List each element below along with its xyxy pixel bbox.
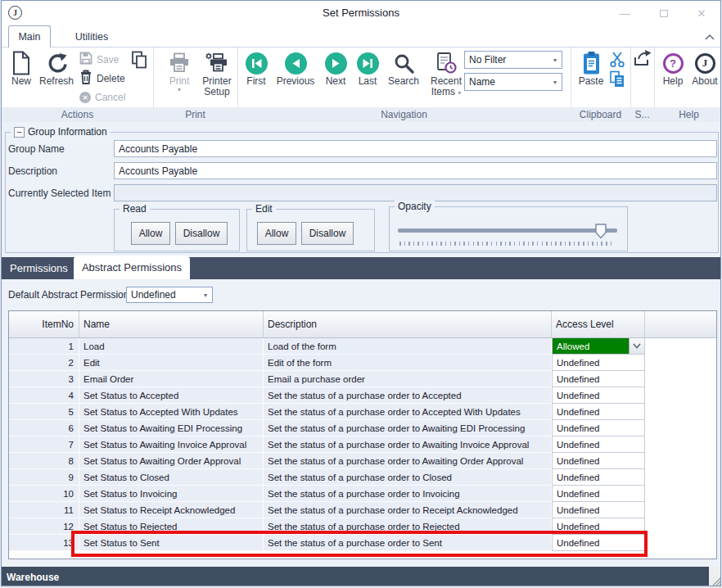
itemno-cell[interactable]: 3 <box>9 371 79 387</box>
collapse-toggle[interactable]: − <box>14 127 25 138</box>
description-cell[interactable]: Set the status of a purchase order to Aw… <box>264 453 552 469</box>
table-row[interactable]: 10Set Status to InvoicingSet the status … <box>9 486 716 502</box>
description-cell[interactable]: Set the status of a purchase order to Se… <box>264 535 552 551</box>
maximize-button[interactable] <box>652 6 676 20</box>
table-row[interactable]: 4Set Status to AcceptedSet the status of… <box>9 387 716 404</box>
name-cell[interactable]: Set Status to Accepted With Updates <box>79 404 264 420</box>
print-button[interactable]: Print ▾ <box>161 50 197 93</box>
search-button[interactable]: Search <box>385 50 422 87</box>
name-cell[interactable]: Email Order <box>79 371 264 387</box>
sort-field-combobox[interactable]: Name ▾ <box>464 73 562 91</box>
description-cell[interactable]: Set the status of a purchase order to Aw… <box>264 436 552 453</box>
description-cell[interactable]: Edit of the form <box>264 355 552 371</box>
tab-permissions[interactable]: Permissions <box>2 257 76 279</box>
access-level-cell[interactable]: Undefined <box>552 420 645 436</box>
name-cell[interactable]: Set Status to Invoicing <box>79 486 264 502</box>
refresh-button[interactable]: Refresh <box>36 50 77 87</box>
table-row[interactable]: 5Set Status to Accepted With UpdatesSet … <box>9 404 716 420</box>
column-header-itemno[interactable]: ItemNo <box>9 311 79 337</box>
access-level-cell[interactable]: Undefined <box>552 355 645 371</box>
copy-button[interactable] <box>609 70 625 92</box>
access-level-cell[interactable]: Undefined <box>552 404 645 420</box>
description-cell[interactable]: Email a purchase order <box>264 371 552 387</box>
previous-button[interactable]: Previous <box>273 50 318 87</box>
table-row[interactable]: 1LoadLoad of the formAllowed <box>9 338 716 355</box>
name-cell[interactable]: Set Status to Awaiting Order Approval <box>79 453 264 469</box>
itemno-cell[interactable]: 10 <box>9 486 79 502</box>
tab-utilities[interactable]: Utilities <box>62 25 121 47</box>
name-cell[interactable]: Set Status to Awaiting Invoice Approval <box>79 436 264 453</box>
edit-disallow-button[interactable]: Disallow <box>301 222 354 245</box>
access-level-combo[interactable]: Allowed <box>552 338 645 355</box>
table-row[interactable]: 13Set Status to SentSet the status of a … <box>9 535 716 551</box>
access-level-cell[interactable]: Undefined <box>552 486 645 502</box>
help-button[interactable]: ? Help <box>658 50 688 87</box>
itemno-cell[interactable]: 5 <box>9 404 79 420</box>
description-input[interactable] <box>114 162 717 179</box>
itemno-cell[interactable]: 1 <box>9 338 79 355</box>
table-row[interactable]: 7Set Status to Awaiting Invoice Approval… <box>9 436 716 453</box>
itemno-cell[interactable]: 2 <box>9 355 79 371</box>
new-button[interactable]: New <box>7 50 36 87</box>
tab-abstract-permissions[interactable]: Abstract Permissions <box>74 256 190 279</box>
access-level-cell[interactable]: Undefined <box>552 502 645 518</box>
table-row[interactable]: 11Set Status to Receipt AcknowledgedSet … <box>9 502 716 518</box>
copy-layout-button[interactable] <box>131 51 148 73</box>
column-header-description[interactable]: Description <box>264 311 552 337</box>
cut-button[interactable] <box>609 52 625 70</box>
group-name-input[interactable] <box>114 140 717 157</box>
itemno-cell[interactable]: 7 <box>9 436 79 453</box>
itemno-cell[interactable]: 13 <box>9 535 79 551</box>
next-button[interactable]: Next <box>321 50 350 87</box>
itemno-cell[interactable]: 8 <box>9 453 79 469</box>
first-button[interactable]: First <box>242 50 270 87</box>
column-header-access-level[interactable]: Access Level <box>552 311 645 337</box>
cancel-button[interactable]: ✕ Cancel <box>79 89 125 106</box>
name-cell[interactable]: Set Status to Sent <box>79 535 264 551</box>
table-row[interactable]: 12Set Status to RejectedSet the status o… <box>9 518 716 535</box>
delete-button[interactable]: Delete <box>79 70 125 87</box>
resize-grip[interactable] <box>709 567 721 586</box>
read-allow-button[interactable]: Allow <box>131 222 170 245</box>
read-disallow-button[interactable]: Disallow <box>175 222 228 245</box>
name-cell[interactable]: Edit <box>79 355 264 371</box>
description-cell[interactable]: Set the status of a purchase order to Re… <box>264 502 552 518</box>
access-level-cell[interactable]: Undefined <box>552 371 645 387</box>
name-cell[interactable]: Set Status to Accepted <box>79 387 264 404</box>
recent-items-button[interactable]: Recent Items ▾ <box>426 50 467 97</box>
column-header-name[interactable]: Name <box>79 311 264 337</box>
filter-combobox[interactable]: No Filter ▾ <box>464 51 562 69</box>
default-abstract-permission-combobox[interactable]: Undefined ▾ <box>126 287 213 303</box>
table-row[interactable]: 6Set Status to Awaiting EDI ProcessingSe… <box>9 420 716 436</box>
itemno-cell[interactable]: 9 <box>9 469 79 486</box>
opacity-slider-thumb[interactable] <box>595 224 607 242</box>
description-cell[interactable]: Set the status of a purchase order to Re… <box>264 518 552 535</box>
paste-button[interactable]: Paste <box>575 50 607 87</box>
edit-allow-button[interactable]: Allow <box>257 222 296 245</box>
name-cell[interactable]: Set Status to Closed <box>79 469 264 486</box>
access-level-cell[interactable]: Undefined <box>552 535 645 551</box>
access-level-cell[interactable]: Undefined <box>552 436 645 453</box>
access-level-cell[interactable]: Undefined <box>552 518 645 535</box>
about-button[interactable]: J About <box>689 50 720 87</box>
table-row[interactable]: 3Email OrderEmail a purchase orderUndefi… <box>9 371 716 387</box>
minimize-button[interactable]: — <box>612 6 637 20</box>
save-button[interactable]: Save <box>79 52 119 68</box>
access-level-cell[interactable]: Undefined <box>552 469 645 486</box>
table-row[interactable]: 2EditEdit of the formUndefined <box>9 355 716 371</box>
name-cell[interactable]: Set Status to Awaiting EDI Processing <box>79 420 264 436</box>
name-cell[interactable]: Set Status to Receipt Acknowledged <box>79 502 264 518</box>
description-cell[interactable]: Set the status of a purchase order to Ac… <box>264 404 552 420</box>
table-row[interactable]: 8Set Status to Awaiting Order ApprovalSe… <box>9 453 716 469</box>
name-cell[interactable]: Load <box>79 338 264 355</box>
description-cell[interactable]: Set the status of a purchase order to Cl… <box>264 469 552 486</box>
description-cell[interactable]: Load of the form <box>264 338 552 355</box>
itemno-cell[interactable]: 6 <box>9 420 79 436</box>
itemno-cell[interactable]: 11 <box>9 502 79 518</box>
itemno-cell[interactable]: 12 <box>9 518 79 535</box>
description-cell[interactable]: Set the status of a purchase order to Ac… <box>264 387 552 404</box>
close-button[interactable]: ✕ <box>689 6 714 20</box>
access-level-cell[interactable]: Undefined <box>552 387 645 404</box>
itemno-cell[interactable]: 4 <box>9 387 79 404</box>
access-level-cell[interactable]: Undefined <box>552 453 645 469</box>
